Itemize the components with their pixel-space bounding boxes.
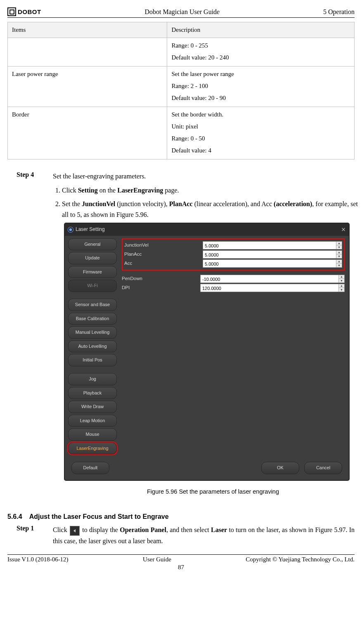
step4-lead: Set the laser-engraving parameters.	[53, 171, 362, 182]
dialog-sidebar: General Update Firmware Wi-Fi Sensor and…	[65, 236, 120, 458]
step4-label: Step 4	[17, 171, 53, 497]
gear-icon	[68, 227, 73, 232]
sidebar-item-sensor-base[interactable]: Sensor and Base	[68, 299, 117, 311]
table-row: Border Set the border width. Unit: pixel…	[8, 107, 355, 159]
table-row: Laser power range Set the laser power ra…	[8, 67, 355, 107]
logo-icon	[7, 7, 16, 16]
section-5-6-4: 5.6.4 Adjust the Laser Focus and Start t…	[7, 513, 355, 520]
footer-copyright: Copyright © Yuejiang Technology Co., Ltd…	[246, 556, 355, 563]
sidebar-item-wifi[interactable]: Wi-Fi	[68, 280, 117, 292]
sidebar-item-jog[interactable]: Jog	[68, 373, 117, 385]
table-row: Range: 0 - 255 Default value: 20 - 240	[8, 38, 355, 67]
spinner-icon[interactable]: ▲▼	[336, 242, 342, 249]
dialog-footer: Default OK Cancel	[65, 458, 349, 480]
svg-marker-0	[73, 529, 76, 532]
sidebar-item-playback[interactable]: Playback	[68, 387, 117, 399]
figure-caption: Figure 5.96 Set the parameters of laser …	[64, 487, 362, 497]
page-header: DOBOT Dobot Magician User Guide 5 Operat…	[7, 7, 355, 18]
logo: DOBOT	[7, 7, 41, 16]
step1-body: Click to display the Operation Panel, an…	[53, 525, 355, 546]
input-acc[interactable]: 5.0000▲▼	[203, 259, 342, 268]
highlighted-group: JunctionVel 5.0000▲▼ PlanAcc 5.0000▲▼ Ac…	[122, 238, 345, 271]
cell-item: Border	[8, 107, 167, 159]
dialog-titlebar: Laser Setting	[65, 223, 349, 235]
parameters-table: Items Description Range: 0 - 255 Default…	[7, 22, 355, 159]
sidebar-item-auto-levelling[interactable]: Auto Levelling	[68, 340, 117, 353]
dialog-title: Laser Setting	[76, 226, 105, 233]
sidebar-item-write-draw[interactable]: Write Draw	[68, 401, 117, 413]
sidebar-item-update[interactable]: Update	[68, 252, 117, 264]
step4: Step 4 Set the laser-engraving parameter…	[7, 171, 355, 497]
step1: Step 1 Click to display the Operation Pa…	[7, 525, 355, 546]
figure-5-96: Laser Setting General Update Firmware Wi…	[64, 223, 362, 497]
step4-item-2: Set the JunctionVel (junction velocity),…	[62, 199, 362, 220]
header-section: 5 Operation	[323, 8, 355, 16]
cell-desc: Set the laser power range Range: 2 - 100…	[167, 67, 355, 107]
step1-label: Step 1	[17, 525, 53, 546]
collapse-left-icon[interactable]	[70, 526, 80, 536]
label-junctionvel: JunctionVel	[124, 241, 203, 249]
sidebar-item-manual-levelling[interactable]: Manual Levelling	[68, 326, 117, 339]
cell-item	[8, 38, 167, 67]
step4-body: Set the laser-engraving parameters. Clic…	[53, 171, 362, 497]
table-head-desc: Description	[167, 22, 355, 38]
default-button[interactable]: Default	[71, 462, 109, 474]
input-planacc[interactable]: 5.0000▲▼	[203, 250, 342, 259]
spinner-icon[interactable]: ▲▼	[338, 275, 344, 283]
cancel-button[interactable]: Cancel	[304, 462, 342, 474]
label-acc: Acc	[124, 259, 203, 267]
dialog-main: JunctionVel 5.0000▲▼ PlanAcc 5.0000▲▼ Ac…	[120, 236, 349, 458]
spinner-icon[interactable]: ▲▼	[338, 284, 344, 292]
sidebar-item-general[interactable]: General	[68, 238, 117, 251]
label-dpi: DPI	[122, 284, 200, 291]
step4-item-1: Click Setting on the LaserEngraving page…	[62, 185, 362, 196]
table-head-items: Items	[8, 22, 167, 38]
sidebar-item-leap-motion[interactable]: Leap Motion	[68, 415, 117, 427]
laser-setting-dialog: Laser Setting General Update Firmware Wi…	[64, 223, 349, 480]
label-pendown: PenDown	[122, 275, 200, 282]
footer-center: User Guide	[143, 556, 171, 563]
sidebar-item-base-calibration[interactable]: Base Calibration	[68, 313, 117, 325]
input-pendown[interactable]: -10.0000▲▼	[200, 275, 345, 283]
sidebar-item-initial-pos[interactable]: Initial Pos	[68, 354, 117, 366]
cell-item: Laser power range	[8, 67, 167, 107]
page-footer: Issue V1.0 (2018-06-12) User Guide Copyr…	[7, 554, 355, 563]
ok-button[interactable]: OK	[261, 462, 299, 474]
input-junctionvel[interactable]: 5.0000▲▼	[203, 241, 342, 250]
footer-issue: Issue V1.0 (2018-06-12)	[7, 556, 69, 563]
sidebar-item-laserengraving[interactable]: LaserEngraving	[68, 442, 117, 455]
spinner-icon[interactable]: ▲▼	[336, 251, 342, 258]
label-planacc: PlanAcc	[124, 250, 203, 258]
close-icon[interactable]	[341, 228, 345, 232]
spinner-icon[interactable]: ▲▼	[336, 260, 342, 267]
sidebar-item-firmware[interactable]: Firmware	[68, 266, 117, 278]
input-dpi[interactable]: 120.0000▲▼	[200, 284, 345, 292]
sidebar-item-mouse[interactable]: Mouse	[68, 428, 117, 441]
page-number: 87	[7, 564, 355, 571]
cell-desc: Set the border width. Unit: pixel Range:…	[167, 107, 355, 159]
cell-desc: Range: 0 - 255 Default value: 20 - 240	[167, 38, 355, 67]
header-title: Dobot Magician User Guide	[144, 8, 220, 16]
brand-text: DOBOT	[18, 8, 41, 15]
